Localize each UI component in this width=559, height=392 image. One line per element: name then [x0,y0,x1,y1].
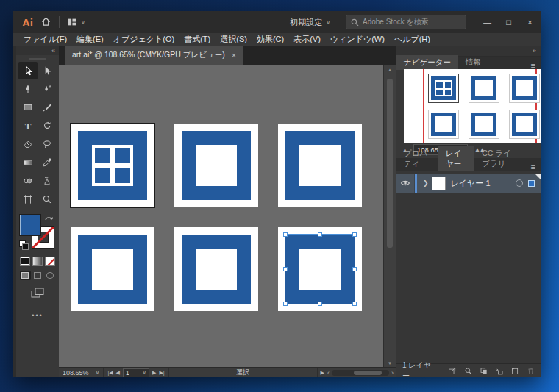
expand-panels-icon[interactable]: » [533,47,536,54]
arrange-documents-icon[interactable]: ∨ [67,17,85,27]
mini-blue-ring [431,113,456,136]
menu-item-window[interactable]: ウィンドウ(W) [330,34,385,45]
delete-layer-icon[interactable] [527,366,535,376]
selection-handle[interactable] [318,232,322,237]
collapse-panel-icon[interactable]: « [51,47,55,54]
vertical-scrollbar-thumb[interactable] [387,79,393,248]
layer-name[interactable]: レイヤー 1 [451,178,491,189]
artwork-square-2[interactable] [174,124,258,207]
menu-item-view[interactable]: 表示(V) [293,34,321,45]
new-sublayer-icon[interactable] [495,366,503,376]
tool-direct-selection[interactable] [38,62,57,79]
navigator-preview[interactable] [404,69,541,143]
scroll-right-icon[interactable]: › [391,369,394,377]
panel-drag-grip[interactable] [29,58,46,60]
minimize-button[interactable]: — [477,11,498,33]
selection-handle[interactable] [283,267,288,271]
selection-handle[interactable] [352,232,357,237]
color-button[interactable] [20,257,30,266]
next-artboard-button[interactable]: ▶ [152,370,156,376]
draw-inside-button[interactable] [45,271,56,280]
artwork-square-5[interactable] [174,227,258,311]
target-circle-icon[interactable] [516,179,523,187]
layer-thumbnail[interactable] [432,177,446,190]
expand-layer-icon[interactable]: ❯ [423,179,429,187]
first-artboard-button[interactable]: |◀ [107,370,113,376]
menu-item-select[interactable]: 選択(S) [220,34,247,45]
artboard-number-select[interactable]: 1 ∨ [123,368,149,377]
tool-rectangle[interactable] [18,99,38,116]
artwork-square-1[interactable] [71,124,154,207]
previous-artboard-button[interactable]: ◀ [116,370,120,376]
none-button[interactable] [45,257,55,266]
menu-item-object[interactable]: オブジェクト(O) [113,34,174,45]
visibility-toggle[interactable] [396,174,415,193]
selection-handle[interactable] [352,302,357,306]
selection-indicator[interactable] [528,180,535,187]
tool-gradient[interactable] [18,154,38,171]
draw-normal-button[interactable] [20,271,31,280]
default-fill-stroke-icon[interactable] [19,240,28,249]
horizontal-scrollbar-thumb[interactable] [354,371,382,375]
menu-item-edit[interactable]: 編集(E) [76,34,104,45]
zoom-level-select[interactable]: 108.65% ∨ [59,368,104,377]
menu-item-help[interactable]: ヘルプ(H) [394,34,430,45]
tool-type[interactable]: T [18,117,38,135]
adobe-stock-search-input[interactable]: Adobe Stock を検索 [346,15,466,29]
artwork-square-3[interactable] [278,124,362,207]
horizontal-scrollbar[interactable] [332,370,389,376]
layer-row-selected[interactable]: ❯ レイヤー 1 [396,174,541,193]
menu-item-file[interactable]: ファイル(F) [24,34,67,45]
selection-handle[interactable] [318,302,322,306]
scroll-down-icon[interactable]: ▼ [384,361,396,366]
tab-properties[interactable]: プロパティ [396,146,438,171]
tool-curvature[interactable] [38,80,57,98]
draw-behind-button[interactable] [32,271,43,280]
tab-libraries[interactable]: CC ライブラリ [474,146,525,171]
vertical-scrollbar[interactable]: ▲ ▼ [383,65,396,368]
workspace-switcher[interactable]: 初期設定 ∨ [290,17,330,28]
tool-pen[interactable] [18,80,38,98]
tool-blend[interactable] [18,172,38,190]
edit-toolbar-button[interactable]: ••• [16,312,59,319]
scroll-left-icon[interactable]: ‹ [327,369,330,377]
blue-ring [182,131,251,200]
last-artboard-button[interactable]: ▶| [159,370,164,376]
tool-artboard[interactable] [18,190,38,208]
collect-for-export-icon[interactable] [448,366,456,376]
artwork-square-4[interactable] [71,227,154,311]
selection-handle[interactable] [283,302,288,306]
tab-info[interactable]: 情報 [458,55,488,70]
new-layer-icon[interactable] [510,366,519,376]
screen-mode-button[interactable] [31,288,44,302]
tool-paintbrush[interactable] [38,99,57,116]
menu-item-effect[interactable]: 効果(C) [257,34,284,45]
tab-layers[interactable]: レイヤー [438,146,474,171]
fill-swatch[interactable] [19,214,41,236]
selection-handle[interactable] [283,232,288,237]
locate-object-icon[interactable] [464,366,472,376]
close-tab-icon[interactable]: × [232,51,236,60]
menu-item-type[interactable]: 書式(T) [184,34,210,45]
artwork-square-6-selected[interactable] [278,227,362,311]
home-icon[interactable] [40,16,51,29]
swap-fill-stroke-icon[interactable] [44,215,54,222]
status-menu-button[interactable]: ▶ [318,370,327,376]
tab-navigator[interactable]: ナビゲーター [396,55,458,70]
tool-rotate[interactable] [38,117,57,135]
document-tab[interactable]: art.ai* @ 108.65% (CMYK/GPU プレビュー) × [65,46,243,65]
canvas[interactable] [59,65,396,368]
gradient-button[interactable] [32,257,43,266]
selection-handle[interactable] [352,267,357,271]
scroll-up-icon[interactable]: ▲ [384,68,396,72]
panel-menu-icon[interactable]: ≡ [526,163,541,171]
tool-lasso[interactable] [38,135,57,153]
close-button[interactable]: × [519,11,541,33]
maximize-button[interactable]: □ [498,11,519,33]
tool-zoom[interactable] [38,190,57,208]
tool-eyedropper[interactable] [38,154,57,171]
clipping-mask-icon[interactable] [480,366,488,376]
tool-eraser[interactable] [18,135,38,153]
tool-symbol-sprayer[interactable] [38,172,57,190]
tool-selection[interactable] [18,62,38,79]
